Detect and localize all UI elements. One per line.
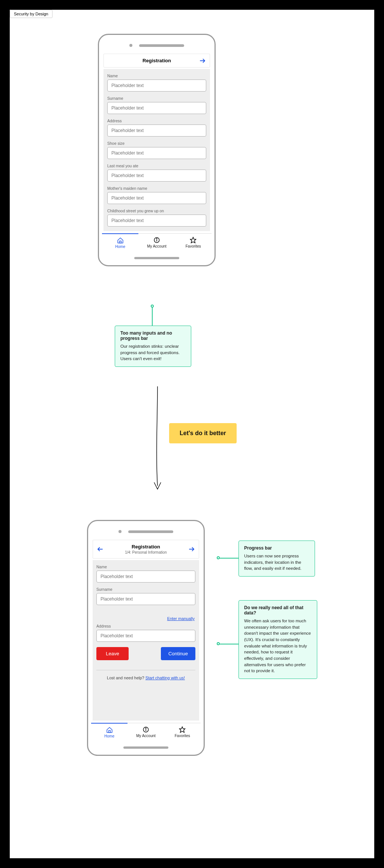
tab-favorites[interactable]: Favorites xyxy=(164,723,201,741)
star-icon xyxy=(179,726,186,733)
label-street: Childhood street you grew up on xyxy=(107,209,206,213)
svg-rect-8 xyxy=(108,731,110,733)
field-address: Address xyxy=(96,624,195,642)
next-arrow-button[interactable] xyxy=(198,57,207,65)
connector-dot xyxy=(217,556,220,559)
transition-arrow xyxy=(152,386,163,491)
form-button-row: Leave Continue xyxy=(96,647,195,660)
callout-need-data[interactable]: Do we really need all of that data? We o… xyxy=(238,600,317,679)
input-maiden[interactable] xyxy=(107,192,206,204)
label-lastmeal: Last meal you ate xyxy=(107,164,206,168)
field-name: Name xyxy=(107,74,206,92)
bottom-tab-bar: Home My Account Favorites xyxy=(102,233,212,252)
callout-too-many-inputs[interactable]: Too many inputs and no progress bar Our … xyxy=(115,326,191,367)
input-name[interactable] xyxy=(96,571,195,583)
tab-home[interactable]: Home xyxy=(102,233,138,252)
phone-speaker xyxy=(91,530,201,533)
label-name: Name xyxy=(107,74,206,78)
label-name: Name xyxy=(96,565,195,569)
field-street: Childhood street you grew up on xyxy=(107,209,206,227)
label-shoesize: Shoe size xyxy=(107,141,206,146)
tab-favorites[interactable]: Favorites xyxy=(175,234,212,252)
field-surname: Surname xyxy=(96,587,195,605)
back-arrow-button[interactable] xyxy=(96,545,104,553)
input-surname[interactable] xyxy=(107,102,206,114)
home-indicator xyxy=(134,257,179,259)
field-surname: Surname xyxy=(107,96,206,114)
svg-marker-5 xyxy=(190,237,196,243)
home-icon xyxy=(117,237,124,244)
callout-body: Users can now see progress indicators, t… xyxy=(244,553,309,572)
callout-progress-bar[interactable]: Progress bar Users can now see progress … xyxy=(238,541,315,577)
enter-manually-row: Enter manually xyxy=(96,615,195,622)
input-shoesize[interactable] xyxy=(107,147,206,159)
input-street[interactable] xyxy=(107,215,206,227)
home-icon xyxy=(106,727,113,733)
input-name[interactable] xyxy=(107,80,206,92)
info-icon xyxy=(153,237,160,243)
star-icon xyxy=(190,237,196,243)
field-name: Name xyxy=(96,565,195,583)
input-surname[interactable] xyxy=(96,593,195,605)
connector-line xyxy=(152,308,153,326)
field-address: Address xyxy=(107,119,206,137)
connector-dot xyxy=(217,642,220,645)
board-tab[interactable]: Security by Design xyxy=(10,10,52,18)
help-chat-link[interactable]: Start chatting with us! xyxy=(146,676,185,680)
connector-dot xyxy=(151,305,154,308)
field-lastmeal: Last meal you ate xyxy=(107,164,206,182)
help-block: Lost and need help? Start chatting with … xyxy=(96,670,195,683)
mobile-mockup-before: Registration Name Surname Address Shoe s… xyxy=(98,34,216,266)
svg-point-11 xyxy=(146,728,146,729)
arrow-right-icon xyxy=(188,546,195,553)
svg-rect-1 xyxy=(119,241,121,243)
transition-label[interactable]: Let's do it better xyxy=(169,423,237,443)
tab-home[interactable]: Home xyxy=(91,723,128,741)
label-address: Address xyxy=(107,119,206,123)
info-icon xyxy=(142,726,149,733)
input-address[interactable] xyxy=(107,125,206,137)
callout-title: Progress bar xyxy=(244,545,309,551)
svg-point-4 xyxy=(156,239,157,239)
input-lastmeal[interactable] xyxy=(107,170,206,182)
label-surname: Surname xyxy=(96,587,195,592)
label-maiden: Mother's maiden name xyxy=(107,186,206,191)
callout-title: Too many inputs and no progress bar xyxy=(120,330,186,341)
callout-body: We often ask users for too much unnecess… xyxy=(244,618,312,674)
home-indicator xyxy=(123,746,168,749)
arrow-right-icon xyxy=(199,57,206,64)
screen-subtitle: 1/4: Personal Information xyxy=(125,550,167,554)
tab-account[interactable]: My Account xyxy=(138,234,175,252)
tab-account[interactable]: My Account xyxy=(128,723,164,741)
svg-marker-12 xyxy=(180,727,185,733)
field-shoesize: Shoe size xyxy=(107,141,206,159)
callout-title: Do we really need all of that data? xyxy=(244,605,312,616)
registration-form: Name Surname Address Shoe size Last meal… xyxy=(104,69,210,231)
field-maiden: Mother's maiden name xyxy=(107,186,206,204)
enter-manually-link[interactable]: Enter manually xyxy=(167,616,195,621)
connector-line xyxy=(220,558,238,559)
mobile-mockup-after: Registration 1/4: Personal Information N… xyxy=(87,520,205,756)
bottom-tab-bar: Home My Account Favorites xyxy=(91,723,201,741)
registration-form: Name Surname Enter manually Address Leav… xyxy=(93,560,199,721)
label-address: Address xyxy=(96,624,195,628)
phone-speaker xyxy=(102,44,212,47)
label-surname: Surname xyxy=(107,96,206,101)
arrow-left-icon xyxy=(97,546,104,553)
screen-title-bar: Registration 1/4: Personal Information xyxy=(93,540,199,559)
screen-title-bar: Registration xyxy=(104,54,210,68)
next-arrow-button[interactable] xyxy=(188,545,196,553)
screen-title: Registration xyxy=(132,544,160,550)
callout-body: Our registration stinks: unclear progres… xyxy=(120,343,186,362)
screen-title: Registration xyxy=(142,58,171,63)
leave-button[interactable]: Leave xyxy=(96,647,129,660)
connector-line xyxy=(220,644,238,644)
input-address[interactable] xyxy=(96,630,195,642)
continue-button[interactable]: Continue xyxy=(161,647,195,660)
help-text-prefix: Lost and need help? xyxy=(107,676,146,680)
